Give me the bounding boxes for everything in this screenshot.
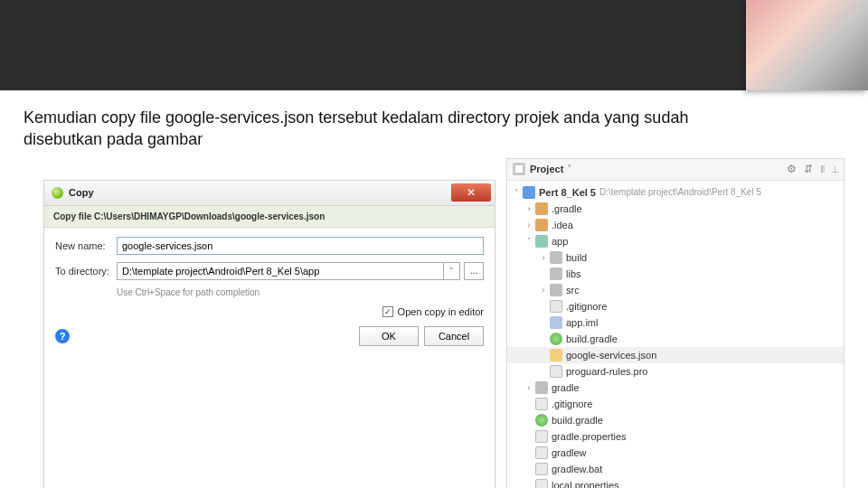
folder-icon (550, 251, 562, 264)
gradle-icon (550, 333, 562, 345)
collapse-icon[interactable]: ⟂ (832, 163, 838, 175)
tree-src-folder[interactable]: ›src (507, 282, 844, 298)
ok-button[interactable]: OK (359, 326, 419, 346)
project-panel: Project ˅ ⚙ ⇵ ⫴ ⟂ ˅Pert 8_Kel 5D:\templa… (506, 158, 844, 488)
file-icon (535, 479, 548, 488)
project-toolbar-title: Project (530, 164, 563, 174)
tree-proguard[interactable]: proguard-rules.pro (507, 363, 844, 380)
to-directory-input[interactable] (117, 262, 444, 280)
tree-local-properties[interactable]: local.properties (507, 477, 844, 488)
folder-icon (550, 284, 562, 296)
instruction-text: Kemudian copy file google-services.json … (24, 107, 711, 151)
tree-idea-folder[interactable]: ›.idea (507, 217, 844, 233)
header-photo (746, 0, 868, 90)
file-icon (535, 398, 548, 410)
help-icon[interactable]: ? (55, 329, 70, 343)
project-toolbar: Project ˅ ⚙ ⇵ ⫴ ⟂ (507, 159, 844, 181)
tree-build-folder[interactable]: ›build (507, 249, 844, 266)
dialog-titlebar: Copy ✕ (44, 181, 495, 206)
tree-gradlew[interactable]: gradlew (507, 445, 844, 461)
slide-header (0, 0, 868, 90)
tree-gradle-folder[interactable]: ›.gradle (507, 201, 844, 217)
tree-gitignore[interactable]: .gitignore (507, 298, 844, 314)
file-icon (550, 300, 562, 313)
tree-build-gradle-app[interactable]: build.gradle (507, 331, 844, 347)
folder-icon (550, 267, 562, 280)
folder-icon (535, 202, 548, 215)
tree-app-iml[interactable]: app.iml (507, 314, 844, 331)
split-icon[interactable]: ⫴ (820, 163, 825, 175)
folder-icon (535, 219, 548, 231)
open-copy-label: Open copy in editor (398, 306, 484, 317)
file-icon (535, 463, 548, 475)
cancel-button[interactable]: Cancel (424, 326, 484, 346)
file-icon (535, 446, 548, 459)
new-name-label: New name: (55, 240, 117, 251)
tree-build-gradle-root[interactable]: build.gradle (507, 412, 844, 428)
browse-button[interactable]: ... (464, 262, 484, 280)
tree-google-services-json[interactable]: google-services.json (507, 347, 844, 363)
json-icon (550, 349, 562, 361)
gradle-icon (535, 414, 548, 427)
copy-path-label: Copy file C:\Users\DHIMAYGP\Downloads\go… (44, 206, 495, 228)
open-copy-checkbox[interactable]: ✓ (382, 306, 393, 317)
tree-libs-folder[interactable]: libs (507, 266, 844, 282)
project-view-icon (513, 163, 525, 175)
close-button[interactable]: ✕ (451, 183, 491, 202)
file-icon (535, 430, 548, 443)
tree-gradle-properties[interactable]: gradle.properties (507, 428, 844, 445)
chevron-down-icon[interactable]: ˅ (567, 164, 572, 175)
copy-dialog: Copy ✕ Copy file C:\Users\DHIMAYGP\Downl… (43, 180, 495, 488)
file-icon (550, 365, 562, 378)
folder-icon (535, 381, 548, 394)
tree-gradlew-bat[interactable]: gradlew.bat (507, 461, 844, 477)
directory-dropdown[interactable]: ˅ (444, 262, 460, 280)
copy-icon (52, 187, 63, 199)
tree-gradle-root[interactable]: ›gradle (507, 380, 844, 396)
sort-icon[interactable]: ⇵ (804, 163, 813, 175)
path-hint: Use Ctrl+Space for path completion (117, 287, 484, 297)
module-folder-icon (535, 235, 548, 248)
dialog-title: Copy (69, 187, 94, 198)
project-tree: ˅Pert 8_Kel 5D:\template project\Android… (507, 181, 844, 488)
module-icon (523, 186, 535, 199)
tree-app-module[interactable]: ˅app (507, 233, 844, 249)
tree-gitignore-root[interactable]: .gitignore (507, 396, 844, 412)
tree-root[interactable]: ˅Pert 8_Kel 5D:\template project\Android… (507, 184, 844, 201)
to-directory-label: To directory: (55, 266, 117, 277)
new-name-input[interactable] (117, 237, 484, 255)
gear-icon[interactable]: ⚙ (787, 163, 797, 175)
iml-icon (550, 316, 562, 329)
